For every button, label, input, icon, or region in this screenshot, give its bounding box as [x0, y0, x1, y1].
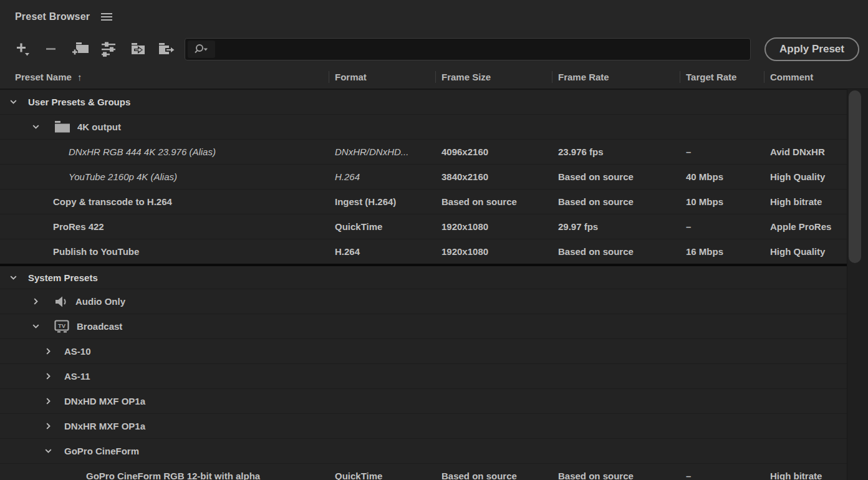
row-label: Publish to YouTube — [53, 246, 139, 257]
cell-target-rate: – — [680, 146, 764, 157]
cell-preset-name: TVBroadcast — [0, 314, 847, 338]
row-label: AS-10 — [64, 346, 91, 357]
cell-comment: High bitrate — [764, 196, 847, 207]
row-label: DNxHR RGB 444 4K 23.976 (Alias) — [69, 146, 216, 157]
cell-preset-name: DNxHD MXF OP1a — [0, 389, 847, 413]
column-header-row: Preset Name↑FormatFrame SizeFrame RateTa… — [0, 65, 868, 89]
search-icon — [193, 43, 210, 55]
column-header-preset-name[interactable]: Preset Name↑ — [0, 65, 329, 89]
toolbar: Apply Preset — [0, 33, 868, 65]
cell-frame-rate: Based on source — [552, 471, 680, 480]
export-presets-button[interactable] — [152, 37, 181, 61]
chevron-down-icon[interactable] — [31, 322, 41, 331]
cell-comment: Apple ProRes — [764, 221, 847, 232]
cell-frame-rate: Based on source — [552, 171, 680, 182]
preset-settings-button[interactable] — [95, 37, 123, 61]
preset-row[interactable]: GoPro CineForm RGB 12-bit with alphaQuic… — [0, 463, 847, 480]
preset-row[interactable]: YouTube 2160p 4K (Alias)H.2643840x2160Ba… — [0, 164, 847, 189]
preset-row[interactable]: ProRes 422QuickTime1920x108029.97 fps–Ap… — [0, 214, 847, 239]
preset-list: User Presets & Groups4K outputDNxHR RGB … — [0, 89, 847, 480]
cell-format: H.264 — [329, 246, 435, 257]
cell-preset-name: GoPro CineForm RGB 12-bit with alpha — [0, 464, 329, 480]
chevron-down-icon[interactable] — [9, 97, 18, 107]
cell-preset-name: AS-10 — [0, 339, 847, 363]
cell-format: Ingest (H.264) — [329, 196, 435, 207]
column-header-target-rate[interactable]: Target Rate — [680, 65, 764, 89]
row-label: AS-11 — [64, 371, 90, 382]
group-row[interactable]: DNxHD MXF OP1a — [0, 388, 847, 413]
section-row[interactable]: System Presets — [0, 264, 847, 289]
cell-comment: Avid DNxHR — [764, 146, 847, 157]
row-label: ProRes 422 — [53, 221, 104, 232]
scrollbar-track[interactable] — [847, 89, 868, 480]
column-header-frame-size[interactable]: Frame Size — [435, 65, 552, 89]
chevron-right-icon[interactable] — [44, 347, 53, 356]
new-group-button[interactable] — [66, 37, 95, 61]
section-row[interactable]: User Presets & Groups — [0, 89, 847, 114]
column-header-label: Comment — [770, 72, 813, 82]
row-label: Copy & transcode to H.264 — [53, 196, 172, 207]
cell-frame-rate: 23.976 fps — [552, 146, 680, 157]
preset-row[interactable]: Copy & transcode to H.264Ingest (H.264)B… — [0, 189, 847, 214]
row-label: DNxHR MXF OP1a — [64, 421, 145, 431]
cell-preset-name: 4K output — [0, 115, 847, 139]
remove-preset-button[interactable] — [37, 37, 66, 61]
sort-ascending-icon: ↑ — [77, 72, 82, 82]
preset-browser-panel: Preset Browser Apply Preset Preset Name↑… — [0, 0, 868, 480]
cell-frame-size: 1920x1080 — [435, 221, 552, 232]
add-preset-button[interactable] — [9, 37, 37, 61]
row-label: DNxHD MXF OP1a — [64, 396, 145, 406]
hamburger-icon — [101, 12, 113, 21]
apply-preset-button[interactable]: Apply Preset — [764, 37, 859, 61]
chevron-right-icon[interactable] — [44, 396, 53, 406]
search-field[interactable] — [185, 38, 751, 60]
cell-format: H.264 — [329, 171, 435, 182]
search-input[interactable] — [215, 40, 745, 59]
cell-target-rate: – — [680, 471, 764, 480]
row-label: Broadcast — [77, 321, 122, 332]
import-presets-button[interactable] — [123, 37, 152, 61]
column-header-label: Target Rate — [686, 72, 736, 82]
column-header-frame-rate[interactable]: Frame Rate — [552, 65, 680, 89]
group-row[interactable]: 4K output — [0, 114, 847, 139]
preset-row[interactable]: Publish to YouTubeH.2641920x1080Based on… — [0, 239, 847, 264]
cell-frame-rate: Based on source — [552, 196, 680, 207]
group-row[interactable]: GoPro CineForm — [0, 438, 847, 463]
column-header-format[interactable]: Format — [329, 65, 435, 89]
scrollbar-thumb[interactable] — [849, 90, 861, 263]
preset-row[interactable]: DNxHR RGB 444 4K 23.976 (Alias)DNxHR/DNx… — [0, 139, 847, 164]
cell-frame-size: 4096x2160 — [435, 146, 552, 157]
search-options-button[interactable] — [188, 41, 215, 58]
group-row[interactable]: AS-11 — [0, 363, 847, 388]
row-label: Audio Only — [75, 296, 125, 307]
column-header-comment[interactable]: Comment — [764, 65, 868, 89]
group-row[interactable]: TVBroadcast — [0, 314, 847, 338]
cell-preset-name: User Presets & Groups — [0, 90, 847, 114]
cell-frame-rate: 29.97 fps — [552, 221, 680, 232]
chevron-right-icon[interactable] — [31, 297, 41, 306]
chevron-right-icon[interactable] — [44, 372, 53, 381]
group-row[interactable]: DNxHR MXF OP1a — [0, 413, 847, 438]
chevron-down-icon[interactable] — [44, 446, 53, 456]
preset-list-region: User Presets & Groups4K outputDNxHR RGB … — [0, 89, 868, 480]
group-row[interactable]: Audio Only — [0, 289, 847, 314]
cell-format: QuickTime — [329, 471, 435, 480]
column-header-label: Format — [335, 72, 367, 82]
panel-menu-button[interactable] — [101, 12, 113, 21]
cell-target-rate: 10 Mbps — [680, 196, 764, 207]
chevron-down-icon[interactable] — [9, 273, 18, 282]
folder-export-icon — [157, 41, 176, 57]
group-row[interactable]: AS-10 — [0, 338, 847, 363]
sliders-icon — [100, 41, 118, 57]
row-label: System Presets — [28, 272, 98, 283]
cell-format: DNxHR/DNxHD... — [329, 146, 435, 157]
cell-comment: High Quality — [764, 246, 847, 257]
cell-format: QuickTime — [329, 221, 435, 232]
cell-frame-size: Based on source — [435, 471, 552, 480]
cell-comment: High bitrate — [764, 471, 847, 480]
row-label: User Presets & Groups — [28, 97, 130, 107]
minus-icon — [44, 41, 60, 57]
cell-preset-name: DNxHR RGB 444 4K 23.976 (Alias) — [0, 140, 329, 164]
chevron-right-icon[interactable] — [44, 421, 53, 431]
chevron-down-icon[interactable] — [31, 122, 41, 132]
